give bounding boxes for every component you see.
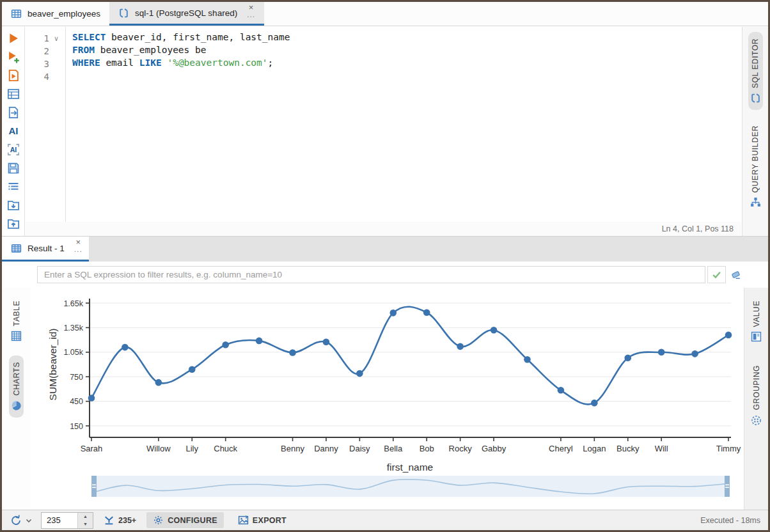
tab-label: VALUE	[752, 301, 761, 327]
x-tick-label: Daisy	[349, 444, 370, 453]
gear-icon	[153, 515, 164, 526]
fetch-more-button[interactable]: 235+	[104, 515, 136, 526]
navigator-left-handle[interactable]	[91, 476, 97, 497]
configure-button[interactable]: CONFIGURE	[146, 512, 224, 528]
y-tick-label: 1.05k	[63, 348, 83, 357]
tab-charts-view[interactable]: CHARTS	[9, 356, 24, 418]
stepper-down-icon[interactable]: ▼	[78, 520, 93, 528]
code-line[interactable]: FROM beaver_employees be	[72, 45, 741, 58]
sql-code-area[interactable]: SELECT beaver_id, first_name, last_nameF…	[72, 27, 741, 222]
code-line[interactable]: WHERE email LIKE '%@beavertown.com';	[72, 58, 741, 70]
format-sql-icon[interactable]	[7, 180, 20, 193]
data-point[interactable]	[289, 349, 296, 356]
tab-sql-1[interactable]: sql-1 (PostgreSQL shared) × ...	[109, 2, 264, 26]
apply-filter-button[interactable]	[707, 266, 726, 283]
data-point[interactable]	[389, 309, 397, 317]
handle-grip	[92, 485, 96, 486]
x-tick-label: Bucky	[617, 444, 640, 453]
line-chart: 1504507501.05k1.35k1.65kSarahWillowLilyC…	[31, 288, 744, 510]
editor-toolbar: AIAI	[2, 27, 25, 236]
row-count-value[interactable]: 235	[42, 513, 77, 528]
fold-chevron-icon[interactable]: ∨	[49, 35, 63, 43]
data-point[interactable]	[222, 341, 229, 348]
data-point[interactable]	[155, 379, 162, 386]
tab-label: QUERY BUILDER	[751, 125, 760, 192]
tab-more-icon[interactable]: ...	[247, 12, 255, 18]
handle-grip	[92, 487, 96, 489]
save-icon[interactable]	[7, 162, 20, 175]
save-script-icon[interactable]	[7, 217, 20, 230]
data-point[interactable]	[256, 338, 263, 345]
code-line[interactable]: SELECT beaver_id, first_name, last_name	[72, 32, 741, 45]
y-axis-title: SUM(beaver_id)	[47, 329, 58, 401]
script-execute-icon[interactable]	[7, 69, 20, 82]
chevron-down-icon	[24, 516, 33, 525]
stepper-up-icon[interactable]: ▲	[78, 513, 93, 520]
result-view-tabs: TABLE CHARTS	[2, 288, 31, 510]
data-point[interactable]	[691, 350, 698, 357]
code-line[interactable]	[72, 70, 741, 83]
tab-value[interactable]: VALUE	[749, 294, 764, 348]
row-count-stepper[interactable]: ▲▼	[77, 513, 93, 528]
tab-table-view[interactable]: TABLE	[9, 294, 24, 348]
chart-panel: 1504507501.05k1.35k1.65kSarahWillowLilyC…	[31, 288, 744, 510]
data-point[interactable]	[658, 349, 665, 356]
fetch-more-icon	[104, 515, 114, 526]
row-count-spinner[interactable]: 235 ▲▼	[41, 512, 93, 529]
line-number: 4	[25, 72, 49, 82]
data-point[interactable]	[189, 366, 196, 373]
tab-beaver-employees[interactable]: beaver_employees	[2, 2, 109, 26]
clear-filter-button[interactable]	[728, 267, 743, 282]
tab-query-builder[interactable]: QUERY BUILDER	[748, 119, 763, 214]
data-point[interactable]	[624, 354, 631, 361]
refresh-icon	[10, 514, 22, 527]
table-icon	[11, 8, 22, 19]
tab-label: sql-1 (PostgreSQL shared)	[135, 8, 237, 18]
gutter-row: 4	[25, 70, 65, 83]
series-line	[91, 307, 728, 405]
x-tick-label: Gabby	[482, 444, 507, 453]
export-from-query-icon[interactable]	[7, 106, 20, 119]
data-point[interactable]	[423, 309, 430, 316]
editor-tab-bar: beaver_employees sql-1 (PostgreSQL share…	[2, 2, 768, 26]
tab-grouping[interactable]: GROUPING	[749, 359, 764, 432]
load-script-icon[interactable]	[7, 199, 20, 212]
execute-new-tab-icon[interactable]	[7, 51, 20, 63]
filter-input[interactable]	[37, 266, 705, 283]
query-builder-icon	[750, 197, 761, 208]
tab-label: TABLE	[12, 301, 21, 326]
data-point[interactable]	[558, 387, 565, 394]
tab-result-1[interactable]: Result - 1 × ...	[2, 237, 89, 262]
data-point[interactable]	[524, 356, 531, 363]
configure-label: CONFIGURE	[168, 516, 217, 525]
export-button[interactable]: EXPORT	[232, 512, 293, 528]
handle-grip	[725, 487, 729, 489]
data-point[interactable]	[457, 343, 464, 350]
y-tick-label: 450	[70, 397, 83, 406]
line-number: 3	[25, 59, 49, 69]
fetch-label: 235+	[118, 516, 136, 525]
explain-plan-icon[interactable]	[7, 88, 20, 100]
data-point[interactable]	[591, 400, 598, 407]
ai-inline-icon[interactable]: AI	[7, 143, 20, 156]
data-point[interactable]	[356, 370, 363, 377]
tab-sql-editor[interactable]: SQL EDITOR	[748, 32, 763, 110]
tab-more-icon[interactable]: ...	[74, 246, 82, 253]
x-tick-label: Willow	[146, 444, 171, 453]
data-point[interactable]	[88, 395, 95, 402]
x-tick-label: Cheryl	[549, 444, 573, 453]
x-tick-label: Rocky	[449, 444, 473, 453]
ai-chat-icon[interactable]: AI	[7, 125, 20, 137]
data-point[interactable]	[323, 339, 330, 346]
result-bottom-toolbar: 235 ▲▼ 235+ CONFIGURE EXPORT Executed - …	[2, 510, 768, 530]
x-tick-label: Will	[655, 444, 668, 453]
data-point[interactable]	[725, 332, 732, 339]
navigator-right-handle[interactable]	[725, 476, 730, 497]
tab-label: CHARTS	[12, 362, 21, 396]
execute-icon[interactable]	[7, 32, 20, 45]
data-point[interactable]	[122, 344, 129, 351]
data-point[interactable]	[491, 327, 498, 334]
y-tick-label: 150	[70, 422, 83, 431]
x-tick-label: Sarah	[81, 444, 103, 453]
refresh-button[interactable]	[10, 514, 33, 527]
